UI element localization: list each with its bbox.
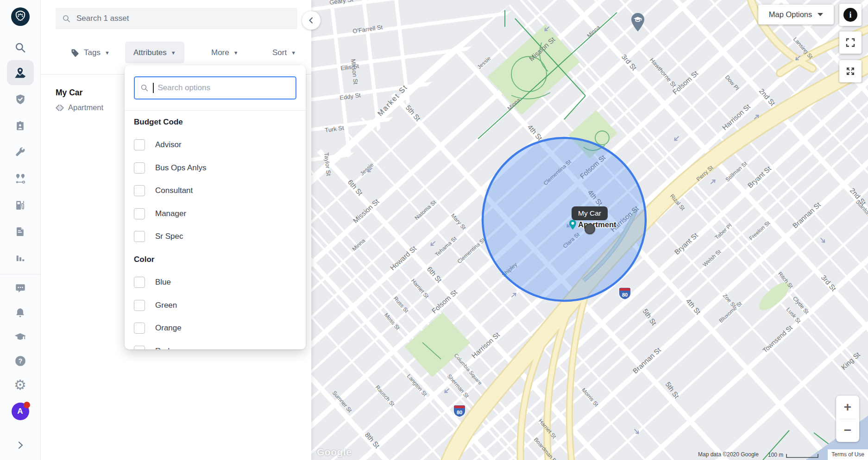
search-icon: [140, 84, 149, 92]
fullscreen-icon: [845, 37, 856, 48]
dropdown-option-orange[interactable]: Orange: [125, 317, 306, 340]
attributes-filter-button[interactable]: Attributes ▼: [125, 42, 184, 63]
svg-text:?: ?: [18, 357, 22, 365]
dropdown-option-consultant[interactable]: Consultant: [125, 180, 306, 203]
chevron-down-icon: [818, 13, 823, 16]
help-icon: ?: [14, 355, 26, 367]
zoom-control: + −: [836, 396, 859, 442]
option-label: Bus Ops Anlys: [155, 163, 207, 173]
checkbox[interactable]: [134, 208, 145, 219]
sidebar-item-routes[interactable]: [7, 166, 34, 191]
checkbox[interactable]: [134, 162, 145, 174]
chevron-down-icon: ▼: [171, 50, 176, 56]
more-filter-button[interactable]: More ▼: [203, 42, 247, 63]
sidebar-item-training[interactable]: [7, 324, 34, 349]
map-options-label: Map Options: [769, 10, 812, 19]
sidebar-item-fuel[interactable]: [7, 193, 34, 218]
dropdown-option-advisor[interactable]: Advisor: [125, 134, 306, 157]
sidebar-item-safety[interactable]: [7, 87, 34, 112]
id-badge-icon: [14, 120, 26, 132]
tags-filter-button[interactable]: Tags ▼: [62, 42, 118, 63]
asset-list-item[interactable]: My Car Apartment: [56, 88, 103, 112]
asset-tag-label: Apartment: [68, 103, 103, 112]
geofence-circle[interactable]: [483, 138, 646, 301]
sidebar-item-documents[interactable]: [7, 219, 34, 244]
asset-search-input[interactable]: [75, 13, 291, 24]
geofence-diamond-icon: [56, 104, 64, 112]
dropdown-option-bus-ops-anlys[interactable]: Bus Ops Anlys: [125, 156, 306, 180]
scale-text: 100 m: [768, 452, 783, 458]
dropdown-option-blue[interactable]: Blue: [125, 271, 306, 294]
chevron-down-icon: ▼: [105, 50, 110, 56]
zoom-in-button[interactable]: +: [836, 396, 859, 419]
dropdown-option-green[interactable]: Green: [125, 294, 306, 317]
fullscreen-button[interactable]: [839, 31, 862, 54]
dropdown-option-sr-spec[interactable]: Sr Spec: [125, 225, 306, 249]
google-watermark[interactable]: Google: [317, 447, 352, 458]
bar-chart-icon: [14, 252, 26, 264]
checkbox[interactable]: [134, 185, 145, 196]
collapse-panel-button[interactable]: [302, 11, 321, 30]
document-icon: [14, 226, 26, 237]
dropdown-options: Budget CodeAdvisorBus Ops AnlysConsultan…: [125, 111, 306, 349]
asset-search-box[interactable]: [56, 8, 297, 29]
sidebar-item-feedback[interactable]: [7, 276, 34, 301]
owl-logo-icon: [10, 6, 31, 27]
options-search-box[interactable]: Search options: [134, 76, 296, 99]
chevron-down-icon: ▼: [291, 50, 296, 56]
icon-rail: ? ⚙ A: [0, 0, 41, 460]
sidebar-item-settings[interactable]: ⚙: [7, 373, 34, 398]
sidebar-item-reports[interactable]: [7, 245, 34, 270]
sidebar-item-alerts[interactable]: [7, 300, 34, 325]
checkbox[interactable]: [134, 300, 145, 311]
sidebar-item-help[interactable]: ?: [7, 348, 34, 373]
bell-icon: [14, 307, 26, 319]
asset-tooltip[interactable]: My Car: [572, 206, 608, 220]
checkbox[interactable]: [134, 231, 145, 242]
map-data-credit: Map data ©2020 Google: [698, 451, 759, 460]
dropdown-section-title: Color: [134, 255, 154, 264]
checkbox[interactable]: [134, 323, 145, 334]
map-options-button[interactable]: Map Options: [758, 5, 834, 25]
checkbox[interactable]: [134, 277, 145, 288]
chevron-right-icon: [15, 440, 26, 451]
zoom-out-button[interactable]: −: [836, 419, 859, 442]
interstate-80-shield: 80: [453, 405, 465, 417]
fuel-pump-icon: [14, 199, 26, 211]
expand-map-button[interactable]: [839, 60, 862, 82]
rail-divider: [0, 274, 40, 274]
asset-name: My Car: [56, 88, 103, 98]
account-button[interactable]: A: [7, 399, 34, 424]
checkbox[interactable]: [134, 346, 145, 349]
options-search-placeholder: Search options: [158, 83, 210, 93]
option-label: Green: [155, 301, 177, 310]
attributes-dropdown: Search options Budget CodeAdvisorBus Ops…: [125, 65, 306, 349]
dropdown-option-red[interactable]: Red: [125, 340, 306, 349]
map-attribution: Map data ©2020 Google 100 m Terms of Use: [698, 449, 868, 460]
map-canvas[interactable]: Market StMission StMission StHoward StFo…: [311, 0, 868, 460]
sidebar-item-compliance[interactable]: [7, 113, 34, 138]
sidebar-item-overview-map[interactable]: [7, 60, 34, 85]
svg-text:80: 80: [622, 292, 628, 298]
sort-button[interactable]: Sort ▼: [264, 42, 304, 63]
map-scale: 100 m: [768, 452, 818, 460]
route-pins-icon: [14, 173, 26, 185]
app-logo[interactable]: [7, 4, 34, 29]
map-info-button[interactable]: i: [839, 4, 862, 26]
sidebar-item-maintenance[interactable]: [7, 140, 34, 165]
shield-check-icon: [14, 93, 26, 106]
terms-of-use-link[interactable]: Terms of Use: [828, 449, 868, 460]
option-label: Red: [155, 347, 170, 349]
dropdown-option-manager[interactable]: Manager: [125, 202, 306, 225]
vehicle-location-dot[interactable]: [585, 224, 595, 234]
option-label: Manager: [155, 209, 186, 218]
sidebar-item-search[interactable]: [7, 35, 34, 60]
search-icon: [62, 14, 71, 23]
info-icon: i: [843, 8, 857, 22]
chevron-left-icon: [306, 15, 316, 25]
school-poi-pin-icon[interactable]: [630, 12, 646, 32]
tags-filter-label: Tags: [84, 48, 101, 57]
geofence-label-text: Apartment: [578, 220, 616, 229]
expand-rail-button[interactable]: [7, 433, 34, 458]
checkbox[interactable]: [134, 139, 145, 150]
